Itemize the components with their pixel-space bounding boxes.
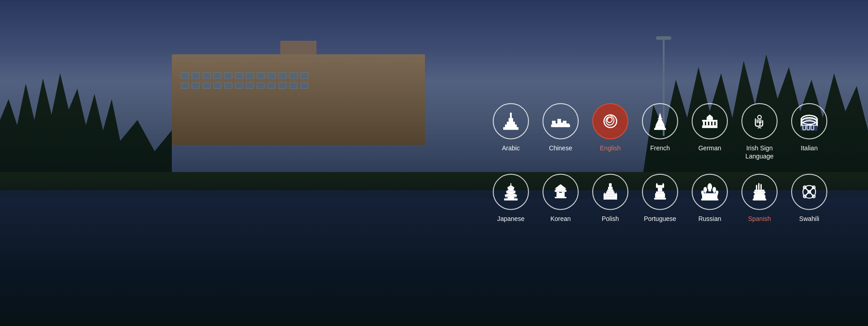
russian-label: Russian — [698, 215, 722, 223]
svg-rect-23 — [702, 125, 717, 128]
svg-rect-9 — [557, 119, 561, 121]
french-circle — [642, 103, 678, 139]
svg-rect-68 — [615, 194, 617, 200]
svg-rect-13 — [560, 123, 564, 127]
svg-rect-4 — [503, 127, 519, 130]
eiffel-tower-icon — [650, 111, 670, 132]
svg-rect-12 — [555, 124, 558, 127]
french-label: French — [650, 144, 670, 152]
svg-rect-75 — [654, 198, 666, 200]
svg-rect-81 — [708, 190, 711, 192]
svg-rect-67 — [604, 194, 605, 200]
svg-marker-98 — [761, 183, 761, 184]
svg-rect-66 — [604, 197, 617, 200]
language-item-chinese[interactable]: Chinese — [538, 103, 583, 160]
irish-sign-label: Irish Sign Language — [745, 144, 774, 160]
sign-language-hands-icon — [749, 111, 770, 132]
russian-circle — [692, 174, 728, 210]
russian-church-icon — [699, 182, 720, 202]
great-wall-icon — [550, 111, 571, 132]
language-item-portuguese[interactable]: Portuguese — [637, 174, 683, 223]
korean-circle — [542, 174, 579, 210]
svg-marker-97 — [759, 182, 759, 183]
arabic-circle — [493, 103, 529, 139]
svg-rect-83 — [704, 192, 706, 193]
svg-rect-27 — [712, 122, 714, 125]
svg-rect-7 — [552, 121, 556, 123]
celtic-knot-icon — [600, 111, 621, 132]
svg-marker-69 — [604, 192, 605, 194]
svg-rect-90 — [702, 193, 717, 200]
pagoda-icon — [500, 182, 521, 202]
language-item-english[interactable]: English — [588, 103, 633, 160]
svg-rect-62 — [607, 190, 613, 192]
language-item-french[interactable]: French — [637, 103, 683, 160]
english-circle — [592, 103, 628, 139]
japanese-label: Japanese — [497, 215, 525, 223]
svg-marker-79 — [662, 183, 664, 184]
korean-temple-icon — [550, 182, 571, 202]
svg-rect-73 — [656, 192, 664, 193]
swahili-circle — [791, 174, 827, 210]
korean-label: Korean — [550, 215, 571, 223]
svg-rect-96 — [756, 185, 757, 190]
irish-sign-circle — [741, 103, 778, 139]
portuguese-circle — [642, 174, 678, 210]
svg-rect-11 — [563, 121, 566, 123]
language-item-korean[interactable]: Korean — [538, 174, 583, 223]
svg-rect-22 — [654, 128, 666, 130]
swahili-label: Swahili — [799, 215, 819, 223]
language-item-german[interactable]: German — [687, 103, 732, 160]
language-item-japanese[interactable]: Japanese — [488, 174, 533, 223]
svg-rect-24 — [703, 122, 705, 125]
svg-marker-31 — [707, 115, 713, 117]
sagrada-familia-icon — [749, 182, 770, 202]
german-circle — [692, 103, 728, 139]
language-item-irish-sign[interactable]: Irish Sign Language — [737, 103, 782, 160]
german-label: German — [698, 144, 722, 152]
portuguese-tower-icon — [650, 182, 670, 202]
japanese-circle — [493, 174, 529, 210]
svg-rect-101 — [754, 192, 765, 193]
svg-rect-74 — [655, 193, 665, 198]
language-item-swahili[interactable]: Swahili — [787, 174, 832, 223]
language-panel: Arabic Chinese — [479, 94, 841, 232]
language-item-arabic[interactable]: Arabic — [488, 103, 533, 160]
svg-marker-45 — [505, 189, 516, 192]
language-item-russian[interactable]: Russian — [687, 174, 732, 223]
swahili-symbol-icon — [799, 182, 820, 202]
language-item-italian[interactable]: Italian — [787, 103, 832, 160]
svg-marker-99 — [756, 184, 757, 185]
italian-circle — [791, 103, 827, 139]
svg-rect-26 — [709, 122, 711, 125]
svg-rect-95 — [760, 184, 762, 190]
spanish-label: Spanish — [748, 215, 771, 223]
svg-point-109 — [807, 190, 811, 194]
brandenburg-gate-icon — [699, 111, 720, 132]
polish-label: Polish — [602, 215, 619, 223]
svg-marker-43 — [507, 185, 515, 188]
svg-rect-54 — [555, 191, 566, 192]
svg-marker-16 — [659, 113, 661, 117]
portuguese-label: Portuguese — [644, 215, 676, 223]
svg-rect-63 — [606, 192, 614, 193]
svg-point-32 — [758, 115, 761, 119]
spanish-circle — [741, 174, 778, 210]
svg-rect-28 — [716, 122, 717, 125]
svg-rect-30 — [707, 117, 713, 120]
svg-rect-104 — [753, 199, 766, 201]
language-item-spanish[interactable]: Spanish — [737, 174, 782, 223]
svg-rect-60 — [609, 183, 612, 187]
svg-marker-47 — [504, 192, 518, 195]
svg-marker-70 — [615, 192, 617, 194]
svg-rect-29 — [702, 120, 717, 122]
chinese-circle — [542, 103, 579, 139]
svg-marker-18 — [657, 117, 663, 119]
svg-rect-64 — [605, 193, 615, 195]
svg-rect-51 — [504, 199, 518, 201]
language-item-polish[interactable]: Polish — [588, 174, 633, 223]
polish-building-icon — [600, 182, 621, 202]
svg-rect-58 — [555, 197, 566, 198]
svg-rect-14 — [566, 124, 569, 127]
svg-rect-61 — [608, 187, 613, 190]
